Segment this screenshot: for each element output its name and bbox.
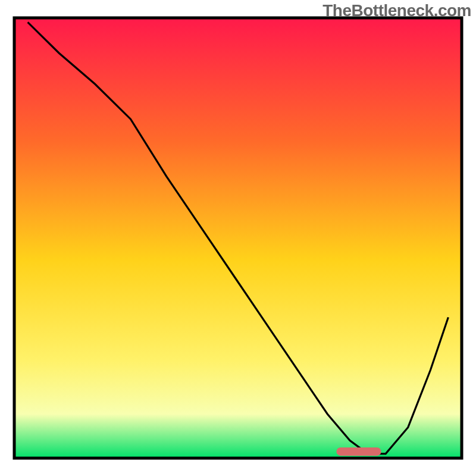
plot-background: [14, 18, 462, 458]
optimum-marker: [336, 447, 381, 456]
chart-stage: TheBottleneck.com: [0, 0, 476, 476]
bottleneck-chart: [0, 0, 476, 476]
